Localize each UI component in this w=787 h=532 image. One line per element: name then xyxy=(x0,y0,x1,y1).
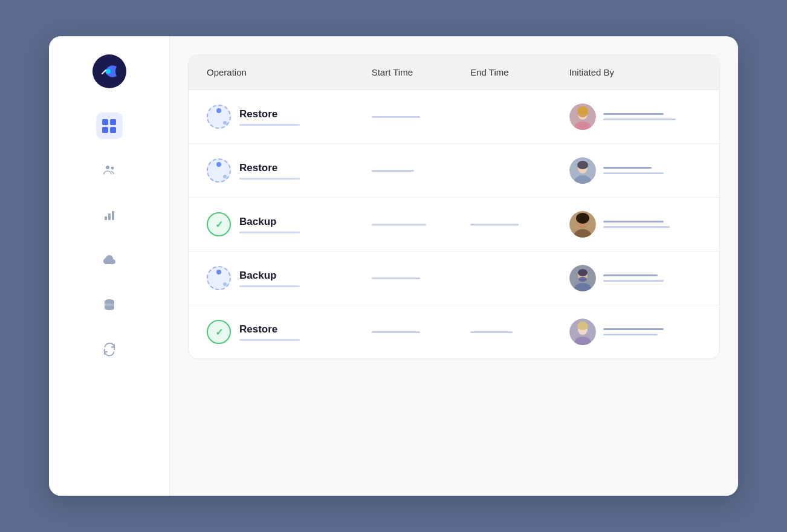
sidebar-item-dashboard[interactable] xyxy=(96,112,123,139)
user-name-placeholder xyxy=(603,167,652,169)
user-info xyxy=(603,167,664,174)
operation-cell: Restore xyxy=(207,320,372,344)
col-header-operation: Operation xyxy=(207,67,372,77)
op-text: Backup xyxy=(239,270,300,287)
avatar xyxy=(569,103,596,130)
chart-icon xyxy=(102,208,117,222)
end-time-cell xyxy=(470,331,569,333)
table-row[interactable]: Restore xyxy=(189,144,719,198)
initiated-by-cell xyxy=(569,103,701,130)
people-icon xyxy=(102,163,117,178)
avatar xyxy=(569,319,596,345)
sidebar-item-analytics[interactable] xyxy=(96,202,123,229)
time-line xyxy=(470,224,519,225)
initiated-by-cell xyxy=(569,211,701,238)
start-time-cell xyxy=(372,224,471,225)
app-container: Operation Start Time End Time Initiated … xyxy=(49,36,738,496)
op-subline xyxy=(239,285,300,287)
time-line xyxy=(372,331,420,333)
user-role-placeholder xyxy=(603,226,670,228)
start-time-cell xyxy=(372,170,471,172)
user-role-placeholder xyxy=(603,118,676,120)
table-row[interactable]: Restore xyxy=(189,90,719,144)
avatar xyxy=(569,265,596,291)
user-name-placeholder xyxy=(603,274,658,276)
op-text: Backup xyxy=(239,216,300,233)
sidebar xyxy=(49,36,170,496)
operation-cell: Restore xyxy=(207,105,372,129)
user-name-placeholder xyxy=(603,113,664,115)
user-info xyxy=(603,274,664,282)
sidebar-item-cloud[interactable] xyxy=(96,247,123,273)
table-row[interactable]: Backup xyxy=(189,251,719,305)
op-subline xyxy=(239,232,300,233)
cloud-icon xyxy=(102,253,117,267)
time-line xyxy=(372,116,420,118)
svg-rect-4 xyxy=(105,216,107,220)
initiated-by-cell xyxy=(569,157,701,184)
logo[interactable] xyxy=(92,54,126,88)
start-time-cell xyxy=(372,116,471,118)
avatar xyxy=(569,211,596,238)
svg-rect-5 xyxy=(108,213,111,220)
operations-table: Operation Start Time End Time Initiated … xyxy=(188,54,720,359)
op-name: Backup xyxy=(239,270,300,282)
col-header-end-time: End Time xyxy=(470,67,569,77)
table-header: Operation Start Time End Time Initiated … xyxy=(189,55,719,90)
end-time-cell xyxy=(470,224,569,225)
time-line xyxy=(372,277,420,279)
user-info xyxy=(603,113,676,120)
main-content: Operation Start Time End Time Initiated … xyxy=(170,36,738,496)
table-row[interactable]: Restore xyxy=(189,305,719,358)
svg-point-24 xyxy=(578,277,587,282)
user-name-placeholder xyxy=(603,221,664,222)
sidebar-item-sync[interactable] xyxy=(96,336,123,363)
op-subline xyxy=(239,339,300,341)
op-name: Restore xyxy=(239,162,300,174)
svg-point-3 xyxy=(111,167,114,170)
time-line xyxy=(372,224,426,225)
col-header-start-time: Start Time xyxy=(372,67,471,77)
svg-point-2 xyxy=(106,166,109,169)
database-icon xyxy=(102,297,117,312)
spinner-icon xyxy=(207,105,231,129)
success-icon xyxy=(207,212,231,236)
initiated-by-cell xyxy=(569,265,701,291)
operation-cell: Backup xyxy=(207,212,372,236)
user-info xyxy=(603,328,664,336)
time-line xyxy=(372,170,414,172)
op-name: Restore xyxy=(239,323,300,336)
col-header-initiated-by: Initiated By xyxy=(569,67,701,77)
op-text: Restore xyxy=(239,323,300,341)
spinner-icon xyxy=(207,266,231,290)
svg-point-25 xyxy=(578,269,588,276)
sync-icon xyxy=(102,342,117,357)
operation-cell: Backup xyxy=(207,266,372,290)
svg-rect-6 xyxy=(112,211,114,220)
start-time-cell xyxy=(372,277,471,279)
op-subline xyxy=(239,178,300,180)
time-line xyxy=(470,331,513,333)
avatar xyxy=(569,157,596,184)
user-name-placeholder xyxy=(603,328,664,330)
svg-point-16 xyxy=(577,161,588,169)
sidebar-item-users[interactable] xyxy=(96,157,123,184)
op-text: Restore xyxy=(239,162,300,180)
op-subline xyxy=(239,124,300,126)
start-time-cell xyxy=(372,331,471,333)
spinner-icon xyxy=(207,158,231,183)
user-role-placeholder xyxy=(603,172,664,174)
table-row[interactable]: Backup xyxy=(189,198,719,251)
success-icon xyxy=(207,320,231,344)
svg-point-12 xyxy=(577,106,588,115)
svg-point-20 xyxy=(576,213,589,224)
grid-icon xyxy=(102,119,116,133)
user-info xyxy=(603,221,670,228)
op-text: Restore xyxy=(239,108,300,126)
op-name: Backup xyxy=(239,216,300,228)
operation-cell: Restore xyxy=(207,158,372,183)
user-role-placeholder xyxy=(603,334,658,336)
svg-point-1 xyxy=(106,69,111,74)
svg-point-29 xyxy=(577,322,588,330)
sidebar-item-database[interactable] xyxy=(96,291,123,318)
